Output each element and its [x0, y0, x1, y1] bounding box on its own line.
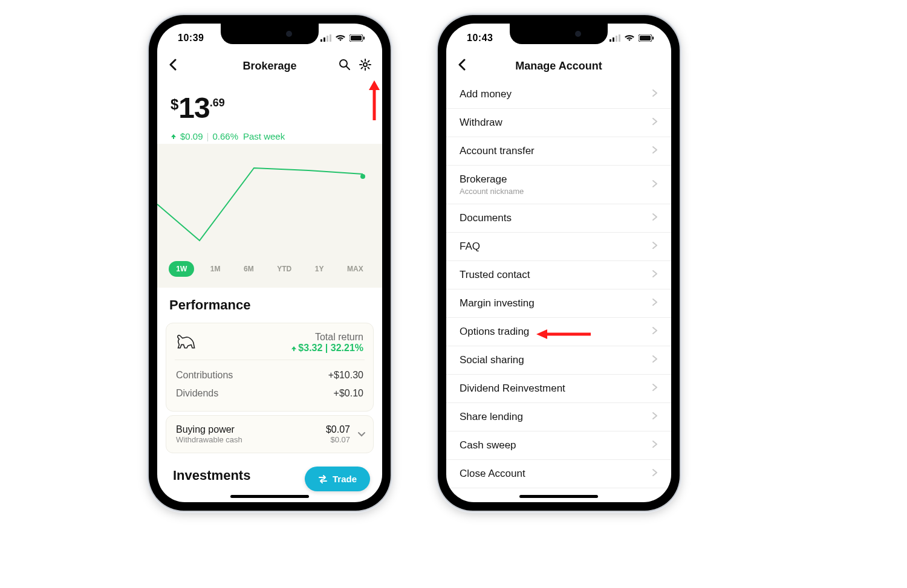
settings-item-label: Cash sweep: [460, 439, 516, 451]
settings-item-share-lending[interactable]: Share lending: [446, 403, 671, 431]
balance-chart[interactable]: [157, 144, 382, 259]
back-button[interactable]: [168, 59, 177, 73]
cellular-icon: [610, 34, 620, 42]
settings-item-documents[interactable]: Documents: [446, 204, 671, 233]
settings-item-cash-sweep[interactable]: Cash sweep: [446, 431, 671, 460]
svg-point-8: [363, 63, 367, 66]
settings-item-label: Dividend Reinvestment: [460, 383, 565, 395]
settings-item-account-transfer[interactable]: Account transfer: [446, 137, 671, 166]
settings-item-label: Options trading: [460, 326, 529, 338]
search-button[interactable]: [339, 59, 351, 73]
range-tab-1w[interactable]: 1W: [169, 261, 194, 277]
total-return-card[interactable]: Total return $3.32 | 32.21% Contribution…: [166, 323, 374, 412]
home-indicator[interactable]: [519, 495, 598, 498]
wifi-icon: [624, 34, 635, 42]
contributions-value: +$10.30: [328, 370, 363, 381]
status-icons: [320, 34, 365, 42]
chart-line: [157, 144, 382, 259]
svg-rect-6: [363, 37, 365, 40]
settings-item-add-money[interactable]: Add money: [446, 80, 671, 109]
gear-icon: [359, 59, 371, 71]
settings-item-withdraw[interactable]: Withdraw: [446, 109, 671, 137]
content: $ 13 .69 $0.09 | 0.66% Past week: [157, 79, 382, 502]
balance-integer: 13: [178, 94, 209, 123]
nav-bar: Brokerage: [157, 53, 382, 79]
chevron-right-icon: [652, 269, 658, 281]
back-button[interactable]: [457, 59, 466, 73]
settings-item-faq[interactable]: FAQ: [446, 233, 671, 261]
settings-item-label: Documents: [460, 212, 512, 224]
range-tab-max[interactable]: MAX: [340, 261, 371, 277]
expand-button[interactable]: [357, 429, 366, 440]
status-time: 10:39: [178, 33, 204, 44]
currency-symbol: $: [171, 97, 178, 112]
trade-button[interactable]: Trade: [305, 467, 370, 491]
chevron-right-icon: [652, 468, 658, 480]
balance-block: $ 13 .69 $0.09 | 0.66% Past week: [157, 79, 382, 144]
range-tab-1y[interactable]: 1Y: [308, 261, 331, 277]
settings-item-dividend-reinvestment[interactable]: Dividend Reinvestment: [446, 375, 671, 403]
svg-rect-15: [652, 37, 654, 40]
dividends-value: +$0.10: [334, 388, 363, 399]
separator: |: [207, 131, 209, 141]
settings-item-label: FAQ: [460, 241, 480, 253]
settings-item-trusted-contact[interactable]: Trusted contact: [446, 261, 671, 289]
settings-item-margin-investing[interactable]: Margin investing: [446, 289, 671, 318]
chevron-right-icon: [652, 297, 658, 309]
home-indicator[interactable]: [230, 495, 309, 498]
investments-heading: Investments: [169, 464, 250, 483]
phone-brokerage: 10:39 Brokerage: [149, 15, 391, 511]
annotation-arrow-options: [534, 329, 592, 340]
balance-decimal: .69: [210, 97, 225, 108]
chart-current-dot: [360, 174, 365, 179]
settings-button[interactable]: [359, 59, 371, 73]
settings-item-label: Brokerage: [460, 173, 524, 186]
cellular-icon: [320, 34, 331, 42]
chevron-right-icon: [652, 88, 658, 100]
content: Add moneyWithdrawAccount transferBrokera…: [446, 79, 671, 502]
settings-list: Add moneyWithdrawAccount transferBrokera…: [446, 79, 671, 488]
svg-point-7: [340, 60, 347, 67]
search-icon: [339, 59, 351, 71]
chevron-right-icon: [652, 326, 658, 338]
chevron-down-icon: [357, 431, 366, 438]
nav-title: Manage Account: [497, 60, 620, 73]
settings-item-label: Margin investing: [460, 297, 535, 309]
settings-item-label: Social sharing: [460, 354, 524, 366]
chevron-right-icon: [652, 411, 658, 423]
performance-heading: Performance: [157, 288, 382, 319]
buying-power-card[interactable]: Buying power $0.07 Withdrawable cash $0.…: [166, 415, 374, 453]
chevron-right-icon: [652, 241, 658, 253]
range-tab-ytd[interactable]: YTD: [270, 261, 299, 277]
delta-percent: 0.66%: [212, 131, 238, 141]
svg-rect-11: [616, 36, 617, 42]
svg-rect-9: [610, 39, 611, 42]
svg-rect-10: [613, 37, 614, 42]
battery-icon: [349, 34, 365, 42]
chevron-right-icon: [652, 439, 658, 451]
settings-item-social-sharing[interactable]: Social sharing: [446, 346, 671, 375]
svg-rect-14: [640, 36, 651, 40]
delta-period: Past week: [243, 131, 285, 141]
withdrawable-label: Withdrawable cash: [176, 435, 242, 444]
trade-icon: [318, 475, 328, 483]
range-tab-6m[interactable]: 6M: [236, 261, 261, 277]
settings-item-brokerage[interactable]: BrokerageAccount nickname: [446, 166, 671, 204]
svg-rect-0: [320, 39, 322, 42]
svg-rect-12: [619, 34, 620, 42]
chevron-right-icon: [652, 383, 658, 395]
screen: 10:39 Brokerage: [157, 24, 382, 502]
device-notch: [510, 24, 608, 44]
total-return-value: $3.32 | 32.21%: [291, 343, 363, 354]
settings-item-label: Account transfer: [460, 145, 535, 157]
chevron-left-icon: [168, 59, 177, 71]
balance-delta: $0.09 | 0.66% Past week: [171, 131, 369, 141]
settings-item-close-account[interactable]: Close Account: [446, 460, 671, 488]
nav-title: Brokerage: [208, 60, 331, 73]
contributions-label: Contributions: [176, 370, 233, 381]
status-time: 10:43: [467, 33, 493, 44]
bull-icon: [176, 332, 200, 353]
range-tab-1m[interactable]: 1M: [203, 261, 228, 277]
battery-icon: [639, 34, 654, 42]
account-balance: $ 13 .69: [171, 94, 369, 123]
